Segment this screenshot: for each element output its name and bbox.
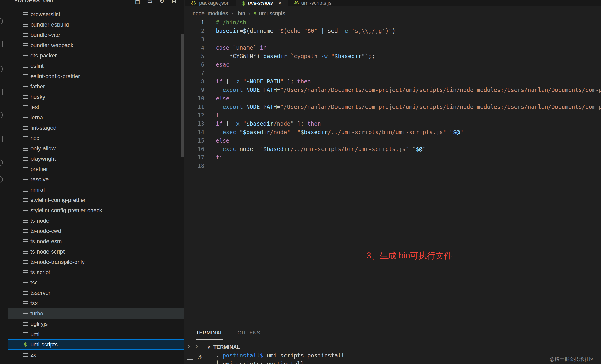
file-item-ts-script[interactable]: ts-script: [8, 267, 184, 277]
code-token: esac: [216, 61, 230, 68]
file-item-jest[interactable]: jest: [8, 102, 184, 112]
code-token: basedir: [216, 28, 240, 34]
code-token: ];: [294, 120, 307, 127]
chevron-right-icon[interactable]: ›: [195, 343, 199, 350]
code-token: "/Users/nanlan/Documents/com-project/umi…: [280, 104, 601, 110]
file-item-stylelint-config-prettier-check[interactable]: stylelint-config-prettier-check: [8, 205, 184, 216]
code-token: "/Users/nanlan/Documents/com-project/umi…: [280, 87, 601, 93]
vscode-window: browserslistbundler-esbuildbundler-viteb…: [0, 0, 601, 364]
file-item-father[interactable]: father: [8, 81, 184, 92]
file-item-husky[interactable]: husky: [8, 92, 184, 102]
file-item-ts-node-esm[interactable]: ts-node-esm: [8, 236, 184, 246]
file-item-ncc[interactable]: ncc: [8, 133, 184, 143]
js-file-icon: JS: [294, 1, 299, 5]
breadcrumb-separator-icon: ›: [248, 10, 250, 17]
split-terminal-icon[interactable]: [187, 355, 193, 360]
file-item-ts-node-script[interactable]: ts-node-script: [8, 246, 184, 257]
file-item-umi-scripts[interactable]: $umi-scripts: [8, 339, 184, 350]
terminal-output[interactable]: . postinstall$ umi-scripts postinstall│ …: [216, 351, 345, 364]
activity-bar-icon[interactable]: [0, 176, 3, 183]
code-token: [216, 146, 223, 152]
line-number: 3: [185, 35, 204, 44]
file-item-bundler-vite[interactable]: bundler-vite: [8, 30, 184, 40]
code-token: /../umi-scripts/bin/umi-scripts.js": [328, 129, 446, 136]
file-item-tsc[interactable]: tsc: [8, 277, 184, 288]
code-text: export NODE_PATH="/Users/nanlan/Document…: [204, 103, 601, 111]
activity-bar-icon[interactable]: [0, 159, 3, 166]
line-number: 4: [185, 44, 204, 52]
file-item-playwright[interactable]: playwright: [8, 154, 184, 164]
code-token: -x: [233, 120, 243, 127]
activity-bar-icon[interactable]: [0, 136, 3, 142]
file-item-rimraf[interactable]: rimraf: [8, 185, 184, 195]
file-item-label: lerna: [30, 114, 43, 121]
activity-bar-icon[interactable]: [0, 18, 3, 24]
code-token: ": [450, 129, 453, 136]
panel-tab-terminal[interactable]: TERMINAL: [196, 326, 223, 340]
activity-bar-icon[interactable]: [0, 41, 3, 47]
code-token: ): [392, 28, 395, 34]
code-token: [409, 146, 412, 152]
file-item-uglifyjs[interactable]: uglifyjs: [8, 319, 184, 329]
code-editor[interactable]: 1#!/bin/sh2basedir=$(dirname "$(echo "$0…: [185, 18, 601, 173]
code-token: $NODE_PATH: [246, 78, 280, 85]
tab-umi-scripts.js[interactable]: JSumi-scripts.js: [288, 0, 338, 6]
file-lines-icon: [23, 332, 28, 336]
file-item-browserslist[interactable]: browserslist: [8, 9, 184, 20]
file-item-zx[interactable]: zx: [8, 350, 184, 360]
code-line: 4case `uname` in: [185, 44, 601, 52]
code-token: $@: [453, 129, 460, 136]
code-token: =: [277, 104, 280, 110]
code-token: fi: [216, 154, 223, 161]
new-folder-icon[interactable]: ▭: [147, 0, 153, 4]
file-item-label: ts-node-script: [30, 248, 64, 255]
file-item-label: eslint: [30, 63, 44, 69]
warning-icon[interactable]: ⚠: [198, 354, 203, 361]
code-text: else: [204, 94, 230, 103]
file-item-label: rimraf: [30, 187, 45, 193]
code-token: #!/bin/sh: [216, 19, 246, 26]
sidebar-scrollbar[interactable]: [181, 34, 184, 157]
file-item-resolve[interactable]: resolve: [8, 174, 184, 185]
panel-tab-gitlens[interactable]: GITLENS: [237, 326, 260, 340]
file-item-dts-packer[interactable]: dts-packer: [8, 50, 184, 61]
code-token: ": [412, 146, 416, 152]
code-line: 12fi: [185, 111, 601, 120]
file-item-ts-node[interactable]: ts-node: [8, 216, 184, 226]
new-file-icon[interactable]: ▤: [134, 0, 140, 4]
breadcrumb-item-.bin[interactable]: .bin: [236, 10, 245, 17]
refresh-icon[interactable]: ↻: [159, 0, 165, 4]
file-item-tsx[interactable]: tsx: [8, 298, 184, 308]
file-item-ts-node-transpile-only[interactable]: ts-node-transpile-only: [8, 257, 184, 267]
close-tab-icon[interactable]: ×: [278, 0, 281, 6]
file-item-lerna[interactable]: lerna: [8, 112, 184, 123]
breadcrumb-item-node_modules[interactable]: node_modules: [193, 10, 228, 17]
tab-package.json[interactable]: {}package.json: [185, 0, 236, 6]
tab-umi-scripts[interactable]: $umi-scripts×: [236, 0, 288, 6]
chevron-right-icon[interactable]: ›: [187, 343, 191, 350]
file-item-ts-node-cwd[interactable]: ts-node-cwd: [8, 226, 184, 236]
file-item-prettier[interactable]: prettier: [8, 164, 184, 174]
file-item-lint-staged[interactable]: lint-staged: [8, 123, 184, 133]
activity-bar-icon[interactable]: [0, 89, 3, 95]
file-item-bundler-esbuild[interactable]: bundler-esbuild: [8, 20, 184, 30]
json-file-icon: {}: [191, 0, 196, 6]
activity-bar-icon[interactable]: [0, 66, 3, 72]
file-item-bundler-webpack[interactable]: bundler-webpack: [8, 40, 184, 50]
activity-bar-icon[interactable]: [0, 112, 3, 118]
code-token: ": [240, 129, 243, 136]
file-item-eslint-config-prettier[interactable]: eslint-config-prettier: [8, 71, 184, 81]
file-item-tsserver[interactable]: tsserver: [8, 288, 184, 298]
file-item-label: bundler-webpack: [30, 42, 73, 49]
file-item-umi[interactable]: umi: [8, 329, 184, 339]
terminal-line: . postinstall$ umi-scripts postinstall: [216, 351, 345, 360]
code-token: -e: [341, 28, 351, 34]
line-number: 9: [185, 86, 204, 94]
breadcrumb-item-umi-scripts[interactable]: $umi-scripts: [254, 10, 285, 17]
terminal-section-header[interactable]: ∨ TERMINAL: [207, 344, 240, 350]
file-item-eslint[interactable]: eslint: [8, 61, 184, 71]
file-item-turbo[interactable]: turbo: [8, 308, 184, 319]
file-item-stylelint-config-prettier[interactable]: stylelint-config-prettier: [8, 195, 184, 205]
file-item-only-allow[interactable]: only-allow: [8, 143, 184, 154]
collapse-all-icon[interactable]: ⊟: [171, 0, 177, 4]
